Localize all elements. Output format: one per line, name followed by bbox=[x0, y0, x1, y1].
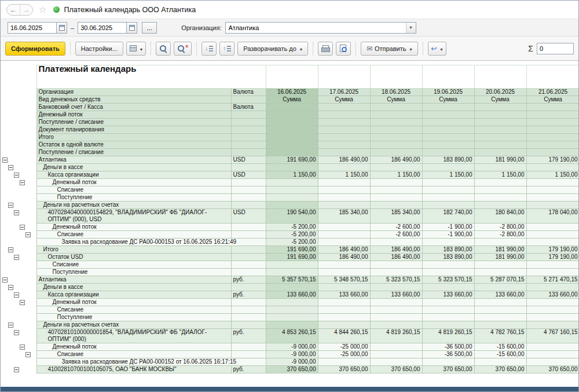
amount-cell[interactable] bbox=[266, 299, 318, 306]
amount-cell[interactable]: -25 000,00 bbox=[318, 343, 370, 351]
horizontal-scrollbar[interactable] bbox=[1, 387, 578, 391]
amount-cell[interactable]: -5 200,00 bbox=[266, 231, 318, 239]
date-column-header[interactable]: 17.06.2025 bbox=[318, 89, 370, 96]
amount-cell[interactable]: -9 000,00 bbox=[266, 358, 318, 366]
row-label[interactable]: Денежный поток bbox=[36, 179, 231, 186]
search-button[interactable] bbox=[156, 42, 171, 56]
amount-cell[interactable] bbox=[526, 194, 578, 202]
amount-cell[interactable] bbox=[422, 306, 474, 314]
amount-cell[interactable] bbox=[422, 239, 474, 246]
tree-expander[interactable] bbox=[14, 292, 19, 298]
amount-cell[interactable] bbox=[266, 164, 318, 171]
print-button[interactable] bbox=[318, 42, 333, 56]
amount-cell[interactable]: 186 490,00 bbox=[318, 254, 370, 261]
amount-cell[interactable] bbox=[422, 358, 474, 366]
amount-cell[interactable] bbox=[266, 202, 318, 209]
row-label[interactable]: Денежный поток bbox=[36, 343, 231, 351]
amount-cell[interactable] bbox=[526, 269, 578, 276]
amount-cell[interactable]: 1 150,00 bbox=[422, 171, 474, 179]
amount-cell[interactable] bbox=[370, 202, 422, 209]
amount-cell[interactable]: -36 500,00 bbox=[422, 343, 474, 351]
tree-expander[interactable] bbox=[20, 300, 25, 305]
amount-cell[interactable]: 4 853 260,15 bbox=[266, 329, 318, 343]
row-label[interactable]: 40702810100000001854, "ВЛАДИМИРСКИЙ" ФБ … bbox=[36, 329, 231, 343]
date-column-header[interactable]: 21.06.2025 bbox=[526, 89, 578, 96]
amount-cell[interactable] bbox=[422, 179, 474, 186]
amount-cell[interactable]: 4 782 760,15 bbox=[474, 329, 526, 343]
row-label[interactable]: Списание bbox=[36, 261, 231, 269]
history-button[interactable]: ↩ bbox=[428, 42, 446, 56]
amount-cell[interactable] bbox=[318, 269, 370, 276]
organization-dropdown-button[interactable]: ▾ bbox=[406, 23, 416, 33]
row-label[interactable]: Касса организации bbox=[36, 171, 231, 179]
amount-cell[interactable]: -15 600,00 bbox=[474, 351, 526, 358]
cancel-search-button[interactable]: × bbox=[174, 42, 192, 56]
autosum-input[interactable] bbox=[537, 43, 574, 54]
row-label[interactable]: Остаток USD bbox=[36, 254, 231, 261]
amount-cell[interactable] bbox=[526, 321, 578, 329]
tree-expander[interactable] bbox=[14, 330, 19, 335]
amount-cell[interactable] bbox=[318, 239, 370, 246]
amount-cell[interactable] bbox=[370, 179, 422, 186]
amount-cell[interactable] bbox=[422, 194, 474, 202]
tree-expander[interactable] bbox=[8, 203, 13, 208]
amount-cell[interactable]: 181 990,00 bbox=[474, 246, 526, 254]
date-column-header[interactable]: 16.06.2025 bbox=[266, 89, 318, 96]
date-from-input[interactable] bbox=[8, 22, 56, 34]
tree-expander[interactable] bbox=[2, 277, 8, 283]
row-label[interactable]: Поступление bbox=[36, 314, 231, 321]
amount-cell[interactable] bbox=[318, 164, 370, 171]
amount-cell[interactable] bbox=[526, 351, 578, 358]
amount-cell[interactable] bbox=[318, 202, 370, 209]
tree-expander[interactable] bbox=[20, 345, 25, 350]
amount-cell[interactable]: 190 540,00 bbox=[266, 209, 318, 224]
amount-cell[interactable]: -1 900,00 bbox=[422, 224, 474, 231]
amount-cell[interactable] bbox=[422, 269, 474, 276]
expand-levels-button[interactable]: ↑ bbox=[219, 42, 234, 56]
amount-cell[interactable]: -2 800,00 bbox=[474, 224, 526, 231]
amount-cell[interactable] bbox=[318, 284, 370, 291]
tree-expander[interactable] bbox=[14, 367, 19, 372]
amount-cell[interactable]: -1 900,00 bbox=[422, 231, 474, 239]
amount-cell[interactable]: 1 150,00 bbox=[526, 171, 578, 179]
amount-cell[interactable] bbox=[370, 314, 422, 321]
amount-cell[interactable] bbox=[526, 164, 578, 171]
row-label[interactable]: Деньги в кассе bbox=[36, 284, 231, 291]
send-button[interactable]: ✉Отправить bbox=[361, 42, 418, 56]
amount-cell[interactable]: -5 200,00 bbox=[266, 239, 318, 246]
row-label[interactable]: Деньги в кассе bbox=[36, 164, 231, 171]
amount-cell[interactable]: 186 490,00 bbox=[318, 156, 370, 164]
amount-cell[interactable]: 186 490,00 bbox=[370, 254, 422, 261]
amount-cell[interactable] bbox=[474, 358, 526, 366]
amount-cell[interactable]: 1 150,00 bbox=[474, 171, 526, 179]
amount-cell[interactable]: 182 740,00 bbox=[422, 209, 474, 224]
date-to-input[interactable] bbox=[78, 22, 126, 34]
row-label[interactable]: 41002810700100105075, ОАО "БАНК МОСКВЫ" bbox=[36, 366, 231, 373]
organization-input[interactable] bbox=[226, 23, 406, 33]
amount-cell[interactable]: 183 890,00 bbox=[422, 254, 474, 261]
amount-cell[interactable] bbox=[266, 284, 318, 291]
amount-cell[interactable] bbox=[370, 343, 422, 351]
row-label[interactable]: Поступление bbox=[36, 194, 231, 202]
amount-cell[interactable]: 5 357 570,15 bbox=[266, 276, 318, 284]
amount-cell[interactable] bbox=[370, 261, 422, 269]
row-label[interactable]: Заявка на расходование ДС РА00-000152 от… bbox=[36, 358, 266, 366]
report-variant-button[interactable] bbox=[126, 42, 146, 56]
amount-cell[interactable] bbox=[370, 351, 422, 358]
amount-cell[interactable]: -5 200,00 bbox=[266, 224, 318, 231]
row-label[interactable]: Денежный поток bbox=[36, 224, 231, 231]
amount-cell[interactable]: 179 190,00 bbox=[526, 246, 578, 254]
amount-cell[interactable]: 5 287 070,15 bbox=[474, 276, 526, 284]
tree-expander[interactable] bbox=[25, 232, 31, 237]
amount-cell[interactable] bbox=[266, 261, 318, 269]
amount-cell[interactable] bbox=[370, 299, 422, 306]
amount-cell[interactable] bbox=[318, 306, 370, 314]
amount-cell[interactable] bbox=[318, 179, 370, 186]
amount-cell[interactable] bbox=[318, 194, 370, 202]
amount-cell[interactable]: 370 650,00 bbox=[526, 366, 578, 373]
tree-expander[interactable] bbox=[14, 255, 19, 260]
row-label[interactable]: Списание bbox=[36, 186, 231, 194]
amount-cell[interactable] bbox=[266, 314, 318, 321]
amount-cell[interactable] bbox=[370, 164, 422, 171]
amount-cell[interactable] bbox=[526, 202, 578, 209]
